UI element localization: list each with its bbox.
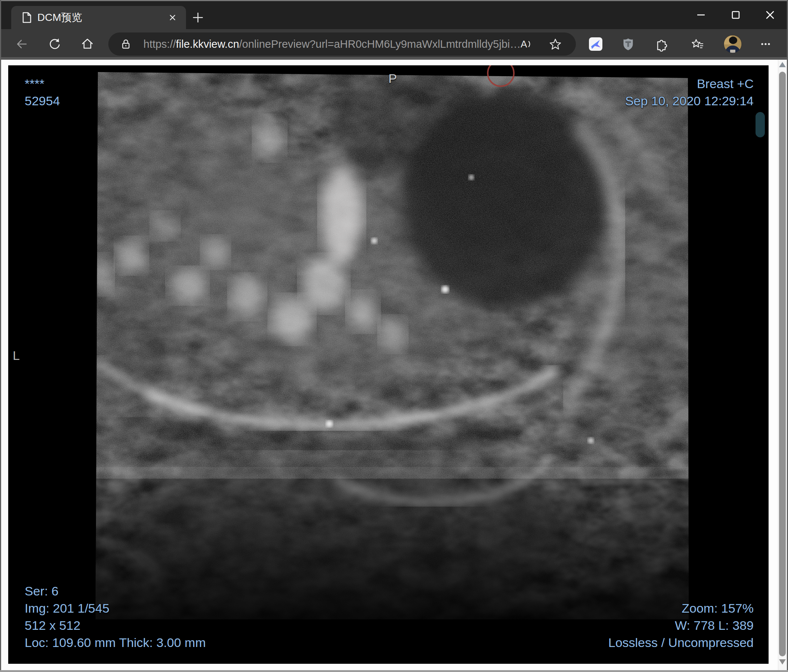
minimize-button[interactable] (693, 6, 710, 24)
home-icon[interactable] (80, 36, 95, 52)
slice-location: Loc: 109.60 mm Thick: 3.00 mm (25, 634, 206, 651)
series-scroll-indicator[interactable] (756, 112, 765, 137)
zoom-level: Zoom: 157% (608, 599, 754, 617)
more-icon[interactable] (758, 36, 773, 52)
tab-bar: DCM预览 (0, 0, 788, 29)
series-number: Ser: 6 (25, 582, 206, 599)
window-level: W: 778 L: 389 (608, 617, 754, 634)
dicom-viewport[interactable]: **** 52954 Breast +C Sep 10, 2020 12:29:… (8, 65, 769, 664)
browser-tab[interactable]: DCM预览 (11, 6, 186, 29)
collections-icon[interactable] (690, 36, 705, 52)
url-path: /onlinePreview?url=aHR0cHM6Ly9maWxlLmtrd… (239, 38, 521, 50)
lock-icon[interactable] (119, 38, 132, 51)
maximize-button[interactable] (727, 6, 744, 24)
kite-extension-icon[interactable] (588, 36, 603, 52)
address-bar[interactable]: https://file.kkview.cn/onlinePreview?url… (108, 32, 576, 55)
window-border-left (0, 0, 1, 672)
overlay-top-right: Breast +C Sep 10, 2020 12:29:14 (625, 75, 754, 109)
overlay-bottom-left: Ser: 6 Img: 201 1/545 512 x 512 Loc: 109… (25, 582, 206, 651)
window-border-bottom (0, 670, 788, 672)
svg-text:A: A (521, 38, 527, 50)
url-host: file.kkview.cn (176, 38, 239, 50)
shield-extension-icon[interactable] (621, 36, 635, 52)
window-border-top (0, 0, 788, 1)
document-icon (20, 11, 33, 24)
mri-scan-image (8, 65, 769, 664)
window-close-button[interactable] (761, 6, 778, 24)
favorite-star-icon[interactable] (548, 36, 563, 52)
study-datetime: Sep 10, 2020 12:29:14 (625, 92, 754, 109)
orientation-marker-l: L (13, 348, 20, 363)
read-aloud-icon[interactable]: A (518, 36, 533, 52)
image-matrix: 512 x 512 (25, 617, 206, 634)
image-number: Img: 201 1/545 (25, 599, 206, 617)
scrollbar-thumb[interactable] (779, 72, 786, 656)
overlay-top-left: **** 52954 (25, 75, 60, 109)
avatar[interactable] (723, 35, 742, 53)
scroll-down-icon[interactable] (779, 659, 786, 664)
refresh-icon[interactable] (47, 36, 62, 52)
toolbar-bottom-strip (0, 57, 788, 60)
extensions-puzzle-icon[interactable] (653, 36, 669, 52)
patient-name-masked: **** (25, 75, 60, 92)
tab-close-button[interactable] (167, 12, 178, 23)
study-description: Breast +C (625, 75, 754, 92)
back-icon[interactable] (14, 36, 29, 52)
url-text: https://file.kkview.cn/onlinePreview?url… (143, 32, 521, 55)
browser-window: DCM预览 (0, 0, 788, 672)
overlay-bottom-right: Zoom: 157% W: 778 L: 389 Lossless / Unco… (608, 599, 754, 651)
preview-page: **** 52954 Breast +C Sep 10, 2020 12:29:… (0, 60, 788, 670)
compression-info: Lossless / Uncompressed (608, 634, 754, 651)
scroll-up-icon[interactable] (779, 62, 786, 67)
new-tab-button[interactable] (191, 11, 205, 24)
orientation-marker-p: P (388, 71, 397, 86)
tab-title: DCM预览 (37, 6, 160, 29)
patient-id: 52954 (25, 92, 60, 109)
navigation-toolbar: https://file.kkview.cn/onlinePreview?url… (0, 29, 788, 57)
url-scheme: https:// (143, 38, 176, 50)
